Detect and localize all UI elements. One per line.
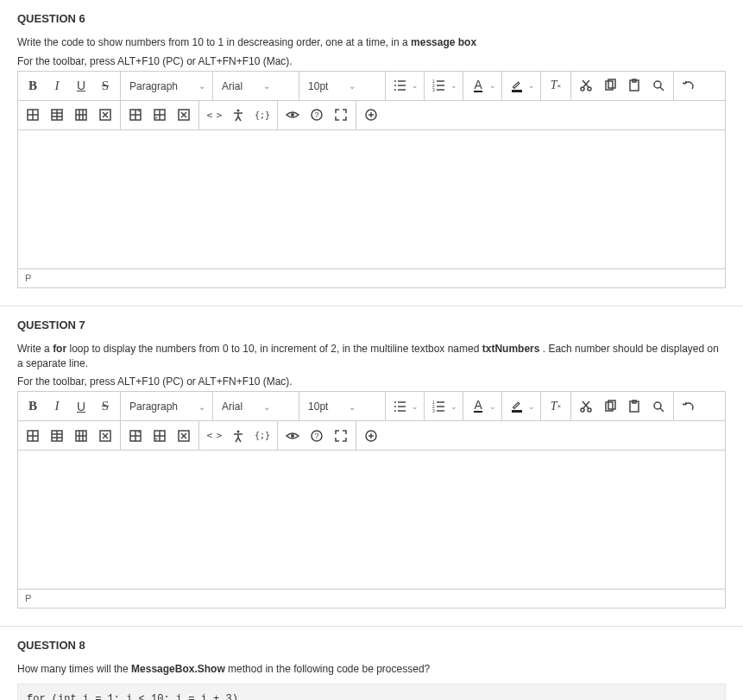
insert-col-button[interactable]: +: [148, 425, 171, 447]
chevron-down-icon[interactable]: ⌄: [489, 402, 498, 411]
svg-point-47: [237, 110, 240, 112]
chevron-down-icon[interactable]: ⌄: [489, 81, 498, 90]
number-list-button[interactable]: 123: [428, 74, 450, 97]
code-button[interactable]: < >: [203, 425, 225, 447]
svg-line-15: [582, 80, 589, 87]
preview-button[interactable]: [281, 104, 304, 126]
toolbar-row-1: B I U S Paragraph⌄ Arial⌄ 10pt⌄ ⌄ 123 ⌄: [18, 392, 725, 421]
table-button[interactable]: [22, 104, 44, 126]
font-family-select[interactable]: Arial⌄: [213, 392, 299, 421]
cut-button[interactable]: [575, 395, 597, 418]
accessibility-button[interactable]: [227, 104, 249, 126]
insert-row-button[interactable]: +: [124, 425, 147, 447]
toolbar-row-2: + + < > {;} ?: [18, 421, 725, 451]
chevron-down-icon[interactable]: ⌄: [450, 402, 459, 411]
font-color-button[interactable]: A: [467, 395, 489, 418]
font-size-select[interactable]: 10pt⌄: [299, 72, 386, 101]
svg-text:+: +: [154, 115, 158, 121]
table-row-button[interactable]: [46, 425, 68, 447]
insert-row-button[interactable]: +: [124, 104, 147, 126]
svg-point-12: [581, 87, 584, 91]
clear-format-button[interactable]: T×: [545, 74, 567, 97]
italic-button[interactable]: I: [46, 395, 68, 418]
find-button[interactable]: [647, 74, 670, 97]
strike-button[interactable]: S: [94, 395, 116, 418]
table-delete-button[interactable]: [94, 104, 116, 126]
svg-line-73: [582, 401, 589, 408]
svg-line-109: [238, 438, 241, 442]
highlight-button[interactable]: [506, 395, 528, 418]
editor-content[interactable]: [18, 130, 725, 268]
question-title: QUESTION 6: [17, 12, 726, 25]
underline-button[interactable]: U: [70, 395, 92, 418]
undo-button[interactable]: [677, 395, 700, 418]
fullscreen-button[interactable]: [330, 104, 352, 126]
svg-point-2: [394, 85, 396, 86]
font-family-select[interactable]: Arial⌄: [213, 72, 299, 101]
table-col-button[interactable]: [70, 104, 92, 126]
svg-text:?: ?: [315, 110, 319, 119]
delete-cell-button[interactable]: [173, 104, 195, 126]
chevron-down-icon[interactable]: ⌄: [412, 81, 420, 90]
svg-line-79: [660, 408, 664, 412]
copy-button[interactable]: [599, 395, 621, 418]
add-button[interactable]: [360, 104, 382, 126]
table-col-button[interactable]: [70, 425, 92, 447]
cut-button[interactable]: [575, 74, 597, 97]
svg-line-51: [238, 117, 241, 121]
question-8: QUESTION 8 How many times will the Messa…: [0, 627, 743, 700]
accessibility-button[interactable]: [227, 425, 249, 447]
svg-point-58: [394, 401, 396, 403]
block-format-select[interactable]: Paragraph⌄: [121, 392, 213, 421]
chevron-down-icon[interactable]: ⌄: [528, 81, 537, 90]
editor-content[interactable]: [18, 451, 725, 589]
bold-button[interactable]: B: [22, 74, 44, 97]
svg-line-72: [583, 401, 589, 408]
find-button[interactable]: [647, 395, 670, 418]
svg-line-14: [583, 80, 589, 87]
chevron-down-icon[interactable]: ⌄: [450, 81, 459, 90]
strike-button[interactable]: S: [94, 74, 116, 97]
add-button[interactable]: [360, 425, 382, 447]
question-6: QUESTION 6 Write the code to show number…: [0, 0, 743, 306]
preview-button[interactable]: [281, 425, 304, 447]
highlight-button[interactable]: [506, 74, 528, 97]
question-prompt: Write a for loop to display the numbers …: [17, 342, 726, 371]
codeblock-button[interactable]: {;}: [251, 425, 274, 447]
font-size-select[interactable]: 10pt⌄: [299, 392, 386, 421]
table-delete-button[interactable]: [94, 425, 116, 447]
block-format-select[interactable]: Paragraph⌄: [121, 72, 213, 101]
codeblock-button[interactable]: {;}: [251, 104, 274, 126]
number-list-button[interactable]: 123: [428, 395, 450, 418]
table-row-button[interactable]: [46, 104, 68, 126]
toolbar-help: For the toolbar, press ALT+F10 (PC) or A…: [17, 55, 726, 67]
paste-button[interactable]: [623, 395, 645, 418]
italic-button[interactable]: I: [46, 74, 68, 97]
chevron-down-icon[interactable]: ⌄: [412, 402, 420, 411]
copy-button[interactable]: [599, 74, 621, 97]
clear-format-button[interactable]: T×: [545, 395, 567, 418]
underline-button[interactable]: U: [70, 74, 92, 97]
svg-point-13: [588, 87, 591, 91]
fullscreen-button[interactable]: [330, 425, 352, 447]
bullet-list-button[interactable]: [389, 395, 412, 418]
rich-text-editor: B I U S Paragraph⌄ Arial⌄ 10pt⌄ ⌄ 123 ⌄: [17, 391, 726, 609]
delete-cell-button[interactable]: [173, 425, 195, 447]
svg-point-4: [394, 89, 396, 91]
font-color-button[interactable]: A: [467, 74, 489, 97]
bold-button[interactable]: B: [22, 395, 44, 418]
svg-point-105: [237, 430, 240, 432]
svg-line-108: [236, 438, 238, 442]
svg-line-50: [236, 117, 238, 121]
help-button[interactable]: ?: [305, 425, 328, 447]
help-button[interactable]: ?: [305, 104, 328, 126]
insert-col-button[interactable]: +: [148, 104, 171, 126]
code-button[interactable]: < >: [203, 104, 225, 126]
svg-point-20: [654, 81, 661, 88]
bullet-list-button[interactable]: [389, 74, 412, 97]
table-button[interactable]: [22, 425, 44, 447]
chevron-down-icon[interactable]: ⌄: [528, 402, 537, 411]
paste-button[interactable]: [623, 74, 645, 97]
toolbar-row-1: B I U S Paragraph⌄ Arial⌄ 10pt⌄ ⌄ 123 ⌄: [18, 72, 725, 101]
undo-button[interactable]: [677, 74, 700, 97]
